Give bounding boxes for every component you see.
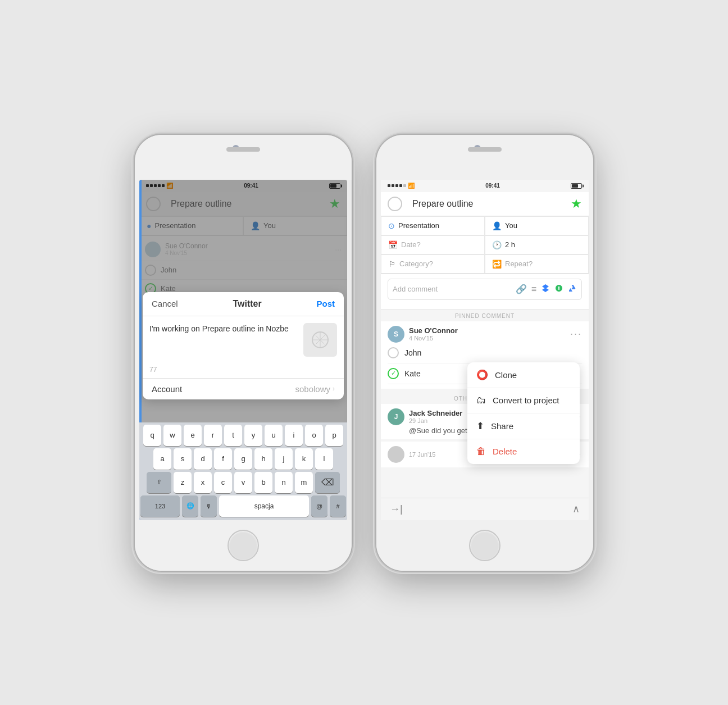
context-menu: ⭕ Clone 🗂 Convert to project ⬆ Share 🗑 D…	[467, 362, 580, 464]
account-row[interactable]: Account sobolowy ›	[143, 378, 344, 399]
twitter-share-sheet: Cancel Twitter Post I'm working on Prepa…	[143, 292, 344, 399]
home-button-right[interactable]	[469, 530, 501, 561]
convert-icon: 🗂	[476, 395, 486, 406]
add-comment-placeholder[interactable]: Add comment	[393, 285, 511, 293]
pinned-more-btn[interactable]: ···	[570, 328, 582, 340]
key-v[interactable]: v	[234, 472, 252, 493]
status-bar-right: 📶 09:41	[381, 180, 589, 192]
sue-avatar: S	[388, 326, 404, 343]
share-icon: ⬆	[476, 420, 484, 432]
bottom-toolbar: →| ∧	[381, 498, 589, 520]
flag-icon-right: 🏳	[388, 260, 396, 269]
key-j[interactable]: j	[275, 448, 293, 470]
date-cell-right[interactable]: 📅 Date?	[381, 235, 485, 254]
jack-avatar: J	[388, 408, 404, 425]
context-delete[interactable]: 🗑 Delete	[467, 439, 580, 464]
char-count: 77	[143, 363, 344, 378]
key-t[interactable]: t	[224, 425, 242, 446]
sue-date: 4 Nov'15	[409, 335, 458, 342]
evernote-icon[interactable]	[554, 284, 563, 295]
key-s[interactable]: s	[174, 448, 192, 470]
task-checkbox-right[interactable]	[388, 197, 402, 211]
key-123[interactable]: 123	[140, 495, 180, 517]
phone-bottom-left	[135, 520, 352, 571]
toolbar-right-btn[interactable]: ∧	[572, 503, 580, 515]
kate-circle[interactable]: ✓	[388, 368, 399, 379]
checklist-icon[interactable]: ≡	[531, 284, 536, 294]
key-m[interactable]: m	[295, 472, 313, 493]
key-i[interactable]: i	[285, 425, 303, 446]
context-clone[interactable]: ⭕ Clone	[467, 362, 580, 388]
duration-cell-right[interactable]: 🕐 2 h	[485, 235, 589, 254]
key-g[interactable]: g	[234, 448, 252, 470]
key-c[interactable]: c	[214, 472, 232, 493]
key-h[interactable]: h	[254, 448, 272, 470]
toolbar-left-btn[interactable]: →|	[390, 503, 403, 515]
time-right: 09:41	[485, 183, 500, 189]
jack-name: Jack Schneider	[409, 409, 462, 417]
key-at[interactable]: @	[311, 495, 327, 517]
key-x[interactable]: x	[194, 472, 212, 493]
key-p[interactable]: p	[325, 425, 343, 446]
key-d[interactable]: d	[194, 448, 212, 470]
twitter-cancel-btn[interactable]: Cancel	[152, 299, 178, 308]
john-circle[interactable]	[388, 347, 399, 358]
key-e[interactable]: e	[184, 425, 202, 446]
key-q[interactable]: q	[143, 425, 161, 446]
key-k[interactable]: k	[295, 448, 313, 470]
key-u[interactable]: u	[265, 425, 283, 446]
pinned-label: PINNED COMMENT	[381, 310, 589, 321]
phone-bottom-right	[376, 520, 593, 571]
key-delete[interactable]: ⌫	[315, 472, 340, 493]
clock-icon-right: 🕐	[492, 240, 502, 249]
project-cell-right[interactable]: ⊙ Presentation	[381, 216, 485, 235]
project-icon-right: ⊙	[388, 221, 395, 230]
key-w[interactable]: w	[163, 425, 181, 446]
key-y[interactable]: y	[244, 425, 262, 446]
speaker-right	[468, 147, 502, 152]
context-share[interactable]: ⬆ Share	[467, 413, 580, 439]
gdrive-icon[interactable]	[568, 284, 577, 295]
key-a[interactable]: a	[153, 448, 171, 470]
person-icon-right: 👤	[492, 221, 502, 230]
left-screen: 📶 09:41 Prepare outline ★ ● Pre	[139, 180, 347, 520]
key-shift[interactable]: ⇧	[147, 472, 171, 493]
star-right[interactable]: ★	[571, 197, 582, 211]
key-space[interactable]: spacja	[219, 495, 309, 517]
clone-icon: ⭕	[476, 369, 488, 381]
key-b[interactable]: b	[254, 472, 272, 493]
context-convert[interactable]: 🗂 Convert to project	[467, 388, 580, 413]
delete-icon: 🗑	[476, 446, 486, 457]
other-avatar	[388, 446, 404, 463]
calendar-icon-right: 📅	[388, 240, 398, 249]
repeat-cell-right[interactable]: 🔁 Repeat?	[485, 254, 589, 274]
twitter-text[interactable]: I'm working on Prepare outline in Nozbe	[149, 323, 298, 357]
key-o[interactable]: o	[305, 425, 323, 446]
key-l[interactable]: l	[315, 448, 333, 470]
dropbox-icon[interactable]	[541, 284, 550, 295]
right-phone: 📶 09:41 Prepare outline ★ ⊙ Pre	[375, 134, 594, 572]
category-cell-right[interactable]: 🏳 Category?	[381, 254, 485, 274]
key-r[interactable]: r	[204, 425, 222, 446]
safari-thumbnail	[303, 323, 337, 357]
key-f[interactable]: f	[214, 448, 232, 470]
key-z[interactable]: z	[174, 472, 192, 493]
left-phone: 📶 09:41 Prepare outline ★ ● Pre	[134, 134, 353, 572]
other-date: 17 Jun'15	[409, 451, 435, 458]
chevron-right-icon: ›	[333, 385, 335, 393]
wifi-right: 📶	[408, 183, 415, 189]
key-globe[interactable]: 🌐	[182, 495, 198, 517]
key-hash[interactable]: #	[330, 495, 346, 517]
jack-date: 29 Jan	[409, 417, 462, 424]
twitter-title: Twitter	[233, 299, 261, 309]
twitter-post-btn[interactable]: Post	[316, 299, 335, 308]
home-button-left[interactable]	[228, 530, 259, 561]
speaker-left	[226, 147, 260, 152]
key-mic[interactable]: 🎙	[201, 495, 217, 517]
task-title-right: Prepare outline	[412, 199, 566, 209]
phone-top-left	[135, 135, 352, 180]
attachment-icon[interactable]: 🔗	[516, 284, 527, 294]
assignee-cell-right[interactable]: 👤 You	[485, 216, 589, 235]
battery-right	[571, 183, 582, 189]
key-n[interactable]: n	[275, 472, 293, 493]
